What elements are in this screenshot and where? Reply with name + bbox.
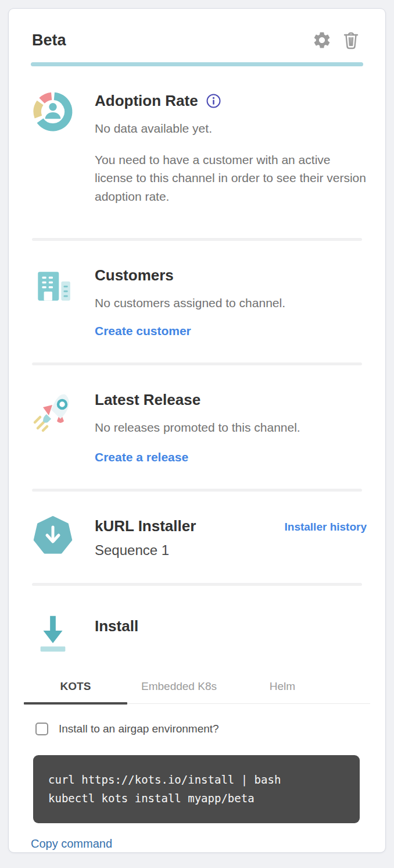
info-icon[interactable] <box>206 94 221 108</box>
gear-icon <box>312 30 332 50</box>
rocket-icon <box>30 390 76 435</box>
latest-release-icon-col <box>32 389 74 465</box>
adoption-no-data-text: No data available yet. <box>95 119 370 138</box>
customers-empty-text: No customers assigned to channel. <box>95 294 370 312</box>
adoption-rate-body: Adoption Rate No data available yet. You… <box>95 90 370 214</box>
copy-command-link[interactable]: Copy command <box>31 837 112 851</box>
card-header: Beta <box>24 9 370 51</box>
kurl-heptagon-download-icon <box>33 516 73 556</box>
latest-release-section: Latest Release No releases promoted to t… <box>24 365 370 465</box>
installer-history-link[interactable]: Installer history <box>285 521 367 533</box>
header-actions <box>312 30 370 51</box>
installer-sequence: Sequence 1 <box>95 542 370 558</box>
kurl-installer-row: kURL Installer Installer history <box>95 515 370 541</box>
trash-icon <box>343 30 359 50</box>
create-release-link[interactable]: Create a release <box>95 450 188 464</box>
tab-embedded-k8s[interactable]: Embedded K8s <box>127 673 231 703</box>
adoption-help-text: You need to have a customer with an acti… <box>95 151 368 206</box>
install-title: Install <box>95 617 370 635</box>
install-section: Install <box>24 586 370 653</box>
settings-button[interactable] <box>312 30 332 51</box>
kurl-installer-title: kURL Installer <box>95 517 196 535</box>
airgap-row: Install to an airgap environment? <box>35 723 370 735</box>
adoption-rate-section: Adoption Rate No data available yet. You… <box>24 66 370 214</box>
latest-release-body: Latest Release No releases promoted to t… <box>95 389 370 465</box>
install-icon-col <box>32 611 74 653</box>
customers-section: Customers No customers assigned to chann… <box>24 241 370 338</box>
download-arrow-icon <box>33 613 73 653</box>
kurl-installer-body: kURL Installer Installer history Sequenc… <box>95 515 370 558</box>
install-tabs: KOTS Embedded K8s Helm <box>24 673 370 704</box>
delete-button[interactable] <box>341 30 361 51</box>
customers-icon-col <box>32 264 74 338</box>
channel-card: Beta <box>8 8 386 853</box>
customers-title: Customers <box>95 266 370 284</box>
tab-helm[interactable]: Helm <box>231 673 334 703</box>
buildings-icon <box>32 265 74 307</box>
command-line-1: curl https://kots.io/install | bash <box>48 770 345 789</box>
adoption-donut-icon <box>32 91 74 133</box>
create-customer-link[interactable]: Create customer <box>95 324 191 338</box>
command-line-2: kubectl kots install myapp/beta <box>48 789 345 807</box>
airgap-checkbox[interactable] <box>35 723 48 735</box>
latest-release-empty-text: No releases promoted to this channel. <box>95 418 370 437</box>
install-body: Install <box>95 611 370 653</box>
kurl-icon-col <box>32 515 74 558</box>
airgap-label: Install to an airgap environment? <box>59 723 219 735</box>
adoption-rate-icon-col <box>32 90 74 214</box>
adoption-rate-title-row: Adoption Rate <box>95 92 370 110</box>
install-command-block: curl https://kots.io/install | bashkubec… <box>33 755 360 823</box>
channel-name: Beta <box>32 31 66 49</box>
channel-accent-line <box>31 62 363 66</box>
customers-body: Customers No customers assigned to chann… <box>95 264 370 338</box>
tab-kots[interactable]: KOTS <box>24 673 127 703</box>
latest-release-title: Latest Release <box>95 391 370 409</box>
adoption-rate-title: Adoption Rate <box>95 92 198 110</box>
kurl-installer-section: kURL Installer Installer history Sequenc… <box>24 492 370 558</box>
